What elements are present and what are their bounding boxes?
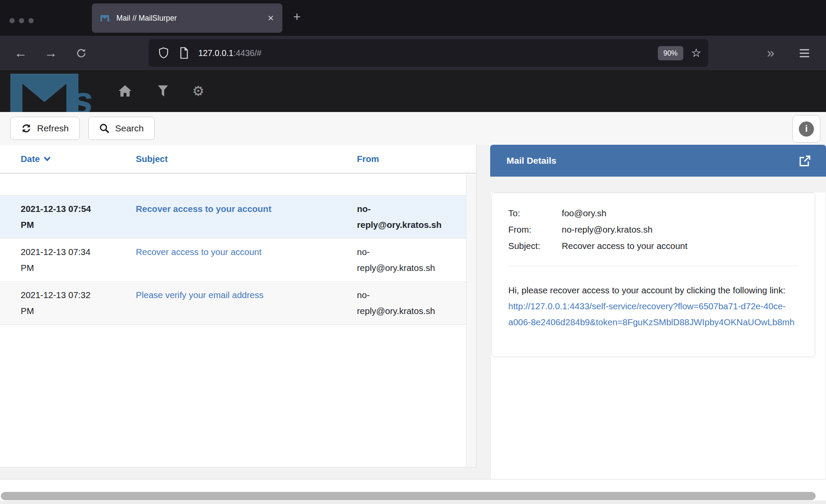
- horizontal-scrollbar-thumb[interactable]: [1, 492, 816, 500]
- mail-subject-link[interactable]: Recover access to your account: [136, 247, 262, 257]
- info-icon: i: [799, 121, 814, 137]
- url-bar[interactable]: 127.0.0.1:4436/# 90% ☆: [149, 39, 708, 67]
- tab-favicon-mailslurper-icon: s: [100, 15, 111, 22]
- info-button[interactable]: i: [792, 115, 820, 143]
- tab-title: Mail // MailSlurper: [116, 14, 177, 23]
- mail-list-panel: Date Subject From 2021-12-13 07:54 PM Re…: [0, 145, 476, 467]
- mailslurper-logo: s: [9, 73, 102, 112]
- back-button[interactable]: ←: [10, 36, 31, 70]
- app-menu-button[interactable]: [794, 36, 815, 70]
- mail-row[interactable]: 2021-12-13 07:34 PM Recover access to yo…: [0, 239, 476, 282]
- mail-details-body: To: foo@ory.sh From: no-reply@ory.kratos…: [490, 193, 826, 483]
- mail-row-selected[interactable]: 2021-12-13 07:54 PM Recover access to yo…: [0, 195, 476, 239]
- mail-subject-link[interactable]: Recover access to your account: [136, 204, 271, 214]
- url-port-path: :4436/#: [233, 48, 261, 58]
- search-button[interactable]: Search: [88, 117, 155, 140]
- card-divider: [508, 266, 798, 266]
- browser-tab-bar: s Mail // MailSlurper × +: [0, 0, 826, 36]
- search-label: Search: [115, 123, 144, 134]
- mail-list-header-row: Date Subject From: [0, 145, 476, 174]
- mail-date: 2021-12-13 07:34 PM: [21, 244, 136, 276]
- mail-subject-link[interactable]: Please verify your email address: [136, 290, 263, 300]
- app-toolbar: Refresh Search i: [0, 112, 826, 145]
- svg-text:s: s: [69, 78, 96, 112]
- bottom-edge-strip: [0, 501, 826, 504]
- mail-details-panel: Mail Details To: foo@ory.sh From: no-rep…: [490, 145, 826, 467]
- svg-text:s: s: [109, 17, 111, 22]
- refresh-button[interactable]: Refresh: [10, 117, 80, 140]
- to-label: To:: [508, 205, 562, 221]
- meta-subject-row: Subject: Recover access to your account: [508, 238, 798, 254]
- browser-window: s Mail // MailSlurper × + ← →: [0, 0, 826, 504]
- search-icon: [99, 123, 110, 134]
- sort-descending-chevron-icon: [44, 156, 51, 162]
- from-label: From:: [508, 221, 562, 238]
- home-icon[interactable]: [117, 83, 133, 99]
- open-external-icon[interactable]: [798, 154, 811, 168]
- bookmark-star-icon[interactable]: ☆: [691, 47, 701, 59]
- mail-details-header: Mail Details: [490, 145, 826, 177]
- column-header-from[interactable]: From: [357, 154, 445, 164]
- window-controls[interactable]: [9, 18, 34, 23]
- page-info-icon[interactable]: [179, 47, 189, 59]
- to-value: foo@ory.sh: [562, 205, 607, 221]
- mail-date: 2021-12-13 07:54 PM: [21, 201, 136, 233]
- shield-icon[interactable]: [158, 47, 169, 59]
- tab-close-icon[interactable]: ×: [268, 13, 274, 23]
- browser-tab[interactable]: s Mail // MailSlurper ×: [92, 3, 282, 33]
- new-tab-button[interactable]: +: [293, 9, 301, 24]
- settings-gear-icon[interactable]: ⚙: [191, 83, 206, 99]
- mail-date: 2021-12-13 07:32 PM: [21, 287, 136, 319]
- column-header-subject[interactable]: Subject: [136, 154, 357, 164]
- url-host: 127.0.0.1: [198, 48, 233, 58]
- mail-list-scrollbar[interactable]: [466, 174, 476, 467]
- list-top-spacer: [0, 174, 476, 195]
- mail-from: no-reply@ory.kratos.sh: [357, 201, 445, 233]
- subject-label: Subject:: [508, 238, 562, 254]
- subject-value: Recover access to your account: [562, 238, 688, 254]
- reload-button[interactable]: [71, 36, 91, 70]
- meta-from-row: From: no-reply@ory.kratos.sh: [508, 221, 798, 238]
- refresh-label: Refresh: [37, 123, 69, 134]
- column-header-date[interactable]: Date: [21, 154, 136, 164]
- forward-button[interactable]: →: [41, 36, 61, 70]
- mail-from: no-reply@ory.kratos.sh: [357, 244, 445, 276]
- refresh-icon: [21, 123, 31, 134]
- mailslurper-header: s ⚙: [0, 70, 826, 112]
- mail-row[interactable]: 2021-12-13 07:32 PM Please verify your e…: [0, 282, 476, 325]
- reload-icon: [75, 47, 87, 59]
- mail-body: Hi, please recover access to your accoun…: [508, 282, 798, 330]
- url-text[interactable]: 127.0.0.1:4436/#: [198, 48, 261, 58]
- mail-from: no-reply@ory.kratos.sh: [357, 287, 445, 319]
- meta-to-row: To: foo@ory.sh: [508, 205, 798, 221]
- zoom-level-badge[interactable]: 90%: [658, 46, 683, 60]
- from-value: no-reply@ory.kratos.sh: [562, 221, 653, 238]
- filter-icon[interactable]: [155, 83, 171, 99]
- mail-detail-card: To: foo@ory.sh From: no-reply@ory.kratos…: [491, 193, 815, 357]
- mail-body-text: Hi, please recover access to your accoun…: [508, 285, 785, 295]
- browser-nav-bar: ← → 127.0.0.1:4436/# 90% ☆: [0, 36, 826, 70]
- mail-details-title: Mail Details: [507, 156, 557, 166]
- recovery-link[interactable]: http://127.0.0.1:4433/self-service/recov…: [508, 301, 795, 327]
- overflow-toolbar-button[interactable]: »: [760, 36, 780, 70]
